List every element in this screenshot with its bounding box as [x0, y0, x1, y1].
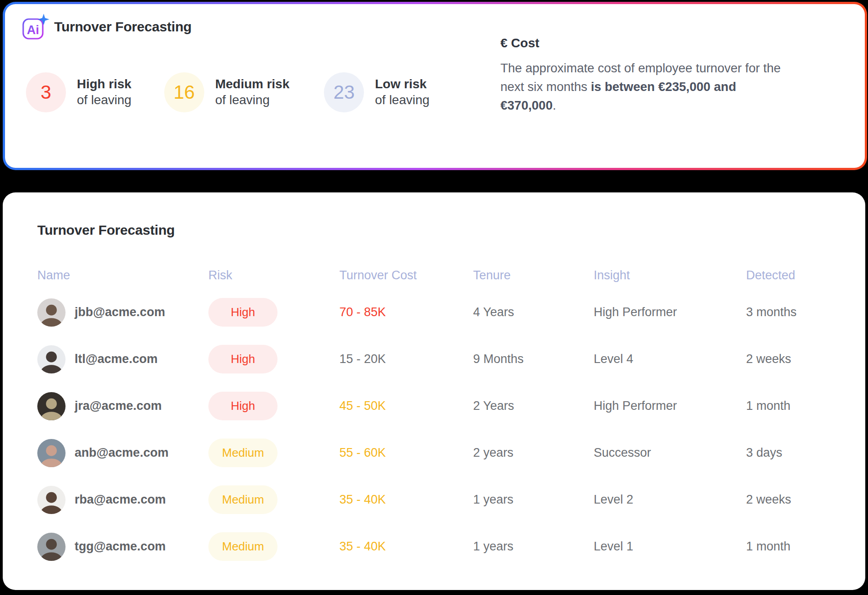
detected-value: 3 days — [746, 446, 782, 460]
insight-value: Level 4 — [594, 352, 633, 366]
insight-value: Successor — [594, 446, 651, 460]
high-risk-stat: 3 High risk of leaving — [26, 72, 131, 112]
tenure-value: 2 years — [473, 446, 514, 460]
avatar — [37, 533, 66, 561]
column-header-insight: Insight — [594, 268, 746, 282]
turnover-cost-value: 55 - 60K — [339, 446, 386, 460]
medium-risk-label: Medium risk — [215, 76, 289, 92]
cost-text: The approximate cost of employee turnove… — [500, 59, 782, 115]
risk-badge: High — [208, 345, 278, 373]
risk-badge: Medium — [208, 532, 278, 561]
risk-badge: Medium — [208, 439, 278, 467]
insight-value: High Performer — [594, 399, 677, 413]
high-risk-label: High risk — [77, 76, 131, 92]
page: Ai Turnover Forecasting 3 High risk of l… — [0, 0, 868, 595]
table-row[interactable]: jra@acme.com High 45 - 50K 2 Years High … — [37, 383, 838, 429]
table-row[interactable]: jbb@acme.com High 70 - 85K 4 Years High … — [37, 289, 838, 336]
employee-email: anb@acme.com — [75, 446, 168, 460]
detected-value: 1 month — [746, 399, 791, 413]
risk-badge: High — [208, 392, 278, 420]
low-risk-count: 23 — [324, 72, 364, 112]
low-risk-label: Low risk — [375, 76, 429, 92]
insight-value: High Performer — [594, 305, 677, 319]
insight-value: Level 2 — [594, 493, 633, 507]
employee-email: tgg@acme.com — [75, 540, 166, 554]
column-header-turnover-cost: Turnover Cost — [339, 268, 473, 282]
avatar — [37, 345, 66, 373]
medium-risk-count: 16 — [164, 72, 204, 112]
detected-value: 3 months — [746, 305, 797, 319]
turnover-cost-value: 15 - 20K — [339, 352, 386, 366]
medium-risk-stat: 16 Medium risk of leaving — [164, 72, 289, 112]
avatar — [37, 439, 66, 467]
table-row[interactable]: ltl@acme.com High 15 - 20K 9 Months Leve… — [37, 336, 838, 383]
risk-badge: Medium — [208, 485, 278, 514]
tenure-value: 1 years — [473, 540, 514, 554]
tenure-value: 4 Years — [473, 305, 514, 319]
cost-heading: € Cost — [500, 36, 782, 50]
table-row[interactable]: tgg@acme.com Medium 35 - 40K 1 years Lev… — [37, 523, 838, 570]
ai-card-title: Turnover Forecasting — [54, 19, 192, 35]
risk-badge: High — [208, 298, 278, 327]
cost-summary: € Cost The approximate cost of employee … — [500, 36, 782, 115]
table-body: jbb@acme.com High 70 - 85K 4 Years High … — [37, 289, 838, 570]
employee-email: jbb@acme.com — [75, 305, 165, 319]
table-header-row: Name Risk Turnover Cost Tenure Insight D… — [37, 265, 838, 285]
turnover-cost-value: 35 - 40K — [339, 493, 386, 507]
detected-value: 2 weeks — [746, 352, 791, 366]
ai-badge-text: Ai — [27, 23, 39, 37]
detected-value: 1 month — [746, 540, 791, 554]
medium-risk-sublabel: of leaving — [215, 92, 289, 108]
column-header-risk: Risk — [208, 268, 339, 282]
turnover-cost-value: 35 - 40K — [339, 540, 386, 554]
insight-value: Level 1 — [594, 540, 633, 554]
low-risk-stat: 23 Low risk of leaving — [324, 72, 429, 112]
tenure-value: 2 Years — [473, 399, 514, 413]
tenure-value: 9 Months — [473, 352, 524, 366]
table-title: Turnover Forecasting — [37, 222, 175, 238]
ai-sparkle-icon: Ai — [20, 13, 50, 40]
turnover-table-card: Turnover Forecasting Name Risk Turnover … — [3, 192, 865, 590]
avatar — [37, 392, 66, 420]
column-header-tenure: Tenure — [473, 268, 594, 282]
ai-card-header: Ai Turnover Forecasting — [20, 13, 192, 40]
detected-value: 2 weeks — [746, 493, 791, 507]
avatar — [37, 486, 66, 514]
turnover-cost-value: 45 - 50K — [339, 399, 386, 413]
risk-stats: 3 High risk of leaving 16 Medium risk of… — [26, 72, 429, 112]
low-risk-sublabel: of leaving — [375, 92, 429, 108]
avatar — [37, 298, 66, 327]
high-risk-count: 3 — [26, 72, 66, 112]
tenure-value: 1 years — [473, 493, 514, 507]
employee-email: rba@acme.com — [75, 493, 166, 507]
employee-email: ltl@acme.com — [75, 352, 157, 366]
column-header-detected: Detected — [746, 268, 838, 282]
turnover-cost-value: 70 - 85K — [339, 305, 386, 319]
ai-forecast-card: Ai Turnover Forecasting 3 High risk of l… — [3, 2, 867, 170]
table-row[interactable]: anb@acme.com Medium 55 - 60K 2 years Suc… — [37, 429, 838, 476]
high-risk-sublabel: of leaving — [77, 92, 131, 108]
column-header-name: Name — [37, 268, 208, 282]
employee-email: jra@acme.com — [75, 399, 161, 413]
table-row[interactable]: rba@acme.com Medium 35 - 40K 1 years Lev… — [37, 476, 838, 523]
cost-text-tail: . — [553, 98, 556, 112]
